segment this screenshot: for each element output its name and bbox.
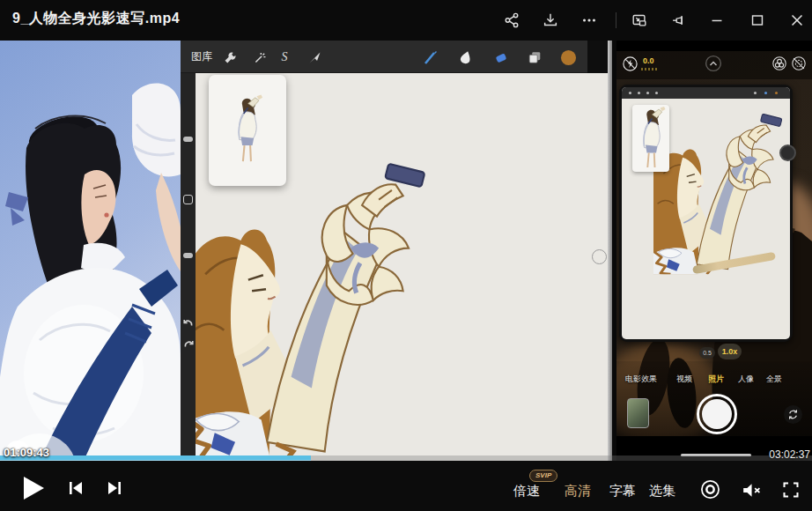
video-frame[interactable]: 图库 S xyxy=(0,41,812,461)
titlebar-divider xyxy=(616,12,616,28)
reference-photo xyxy=(0,41,181,461)
ring-target-icon[interactable] xyxy=(699,478,721,500)
speed-button[interactable]: 倍速 xyxy=(513,483,540,500)
flash-off-icon xyxy=(622,56,639,72)
pin-to-top-icon[interactable] xyxy=(668,10,689,31)
undo-icon xyxy=(182,316,195,329)
mode-pano: 全景 xyxy=(766,374,782,385)
shutter-button xyxy=(697,394,737,434)
procreate-screen: 图库 S xyxy=(181,41,616,461)
subtitles-button[interactable]: 字幕 xyxy=(609,483,636,500)
close-icon[interactable] xyxy=(786,10,808,31)
ipad-mini-reference-card xyxy=(632,105,669,172)
more-icon[interactable] xyxy=(579,10,600,31)
camera-top-bar: 0.0 xyxy=(616,51,812,79)
play-button[interactable] xyxy=(21,475,46,501)
maximize-icon[interactable] xyxy=(747,10,768,31)
reference-thumbnail-sketch xyxy=(226,80,267,179)
zoom-1x-button: 1.0x xyxy=(718,344,742,359)
camera-viewfinder: 0.0 xyxy=(616,51,812,438)
total-duration: 03:02:37 xyxy=(769,448,810,461)
next-button[interactable] xyxy=(106,479,123,497)
share-icon[interactable] xyxy=(501,10,522,31)
modify-button xyxy=(183,195,193,204)
opacity-slider xyxy=(183,253,193,258)
camera-mode-row: 电影效果 视频 照片 人像 全景 xyxy=(616,374,812,386)
quality-button[interactable]: 高清 xyxy=(565,483,591,500)
previous-button[interactable] xyxy=(67,479,85,497)
mute-volume-icon[interactable] xyxy=(740,479,762,501)
minimize-icon[interactable] xyxy=(706,10,727,31)
picture-in-picture-icon[interactable] xyxy=(629,10,650,31)
procreate-canvas xyxy=(196,73,608,461)
brush-icon xyxy=(420,47,441,68)
wrench-icon xyxy=(219,47,240,68)
live-photo-off-icon xyxy=(791,56,807,71)
redo-icon xyxy=(182,337,195,350)
player-controls: SVIP 倍速 高清 字幕 选集 xyxy=(0,461,812,511)
mode-cinematic: 电影效果 xyxy=(625,374,657,385)
camera-flip-icon xyxy=(784,405,802,424)
ipad-in-viewfinder xyxy=(619,85,793,342)
ipad-mini-screen xyxy=(622,87,790,339)
gallery-button: 图库 xyxy=(191,49,212,64)
selection-icon: S xyxy=(274,47,295,68)
mode-video: 视频 xyxy=(676,374,692,385)
mode-portrait: 人像 xyxy=(738,374,754,385)
filters-icon xyxy=(771,56,787,71)
transform-arrow-icon xyxy=(304,47,325,68)
zoom-0-5x-button: 0.5 xyxy=(699,347,715,359)
procreate-toolbar: 图库 S xyxy=(181,41,587,73)
mode-photo-selected: 照片 xyxy=(708,374,724,385)
ipad-color-swatch-mini xyxy=(779,144,796,161)
level-meter xyxy=(641,67,659,71)
layers-icon xyxy=(524,47,545,68)
color-swatch xyxy=(557,47,579,68)
chevron-up-icon xyxy=(705,55,722,72)
titlebar: 9_人物全身光影速写.mp4 xyxy=(0,0,812,41)
current-time: 01:09:43 xyxy=(4,446,49,459)
download-icon[interactable] xyxy=(540,10,561,31)
svip-badge: SVIP xyxy=(529,470,557,482)
video-player-window: 9_人物全身光影速写.mp4 xyxy=(0,0,812,511)
episodes-button[interactable]: 选集 xyxy=(649,483,675,500)
eraser-icon xyxy=(491,47,512,68)
brush-size-slider xyxy=(183,137,193,142)
fullscreen-icon[interactable] xyxy=(781,480,801,500)
phone-recording: 0.0 xyxy=(616,41,812,461)
ipad-mini-toolbar xyxy=(622,87,790,99)
adjustments-wand-icon xyxy=(249,47,270,68)
smudge-icon xyxy=(455,47,476,68)
canvas-drawing xyxy=(187,144,486,461)
canvas-cursor-circle xyxy=(592,249,607,264)
shutter-inner xyxy=(702,399,732,429)
reference-thumbnail-card xyxy=(209,75,286,186)
procreate-sidebar xyxy=(181,73,196,461)
exposure-value: 0.0 xyxy=(643,56,654,65)
gallery-thumbnail xyxy=(627,398,649,428)
video-title: 9_人物全身光影速写.mp4 xyxy=(12,10,180,28)
